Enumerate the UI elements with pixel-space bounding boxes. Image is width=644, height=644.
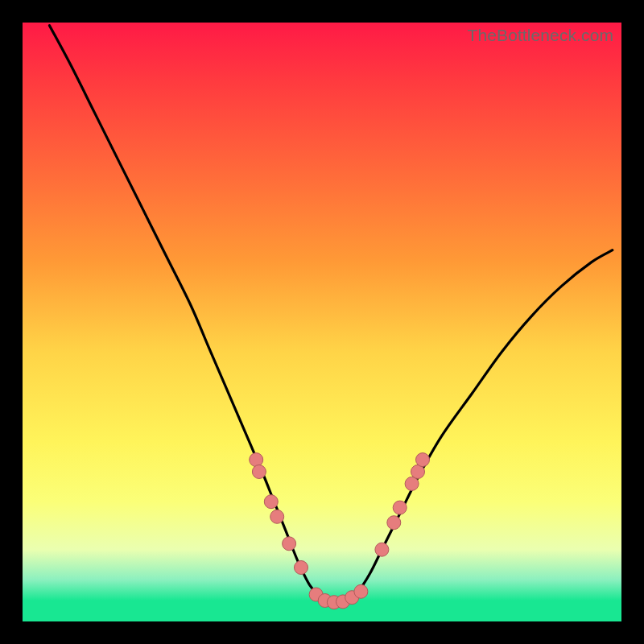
curve-markers bbox=[250, 453, 430, 609]
curve-marker bbox=[264, 495, 278, 509]
curve-marker bbox=[387, 516, 401, 530]
chart-plot-area: TheBottleneck.com bbox=[23, 23, 621, 621]
curve-marker bbox=[252, 465, 266, 479]
curve-marker bbox=[405, 477, 419, 490]
curve-marker bbox=[270, 510, 284, 523]
curve-marker bbox=[375, 543, 389, 556]
chart-svg bbox=[23, 23, 621, 621]
curve-marker bbox=[393, 501, 407, 514]
curve-marker bbox=[354, 584, 368, 598]
curve-marker bbox=[250, 453, 263, 467]
curve-marker bbox=[295, 561, 308, 575]
curve-marker bbox=[283, 537, 296, 551]
curve-marker bbox=[416, 453, 430, 467]
chart-frame: TheBottleneck.com bbox=[0, 0, 644, 644]
bottleneck-curve bbox=[50, 26, 613, 604]
